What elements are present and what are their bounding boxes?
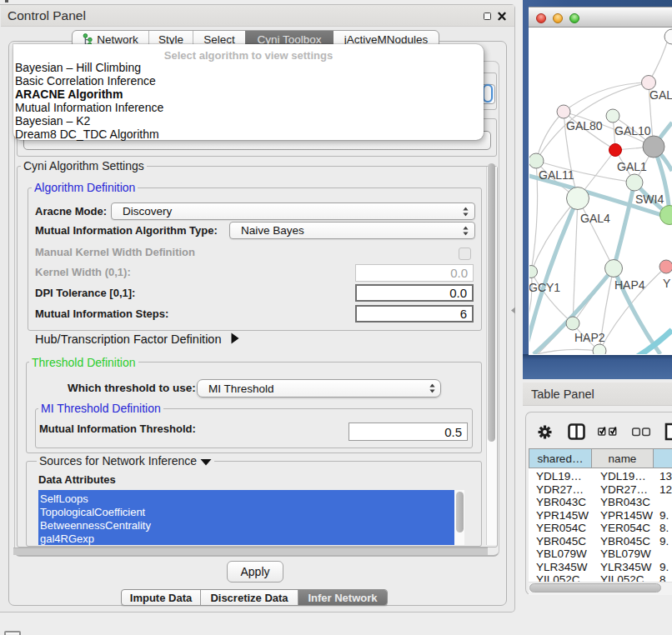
svg-text:Y: Y [663,277,671,290]
svg-text:GAL10: GAL10 [614,124,651,138]
svg-text:GCY1: GCY1 [529,281,560,294]
svg-text:HAP2: HAP2 [574,331,605,344]
svg-text:HAP4: HAP4 [614,278,645,292]
svg-text:GAL80: GAL80 [566,119,603,132]
svg-text:GAL11: GAL11 [539,168,574,182]
svg-text:SWI4: SWI4 [635,192,664,206]
svg-text:GAL: GAL [649,88,672,102]
svg-text:GAL1: GAL1 [617,160,647,173]
svg-text:GAL4: GAL4 [580,212,610,225]
